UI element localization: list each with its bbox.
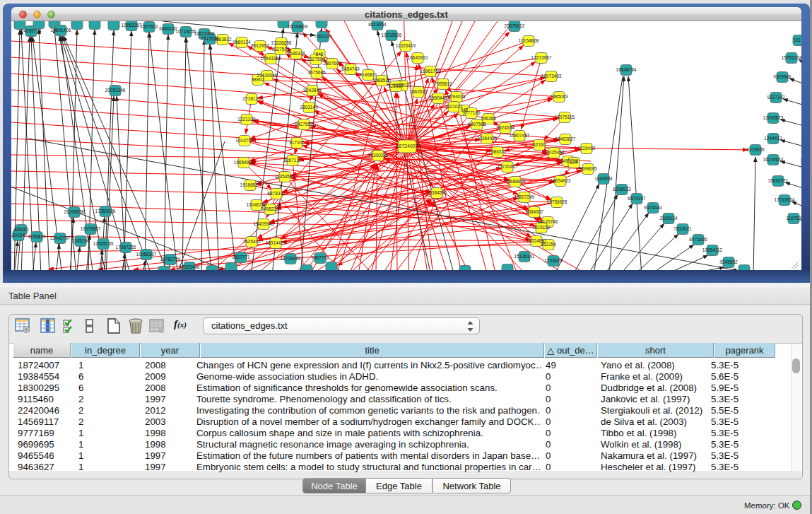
svg-text:12093873: 12093873 xyxy=(763,115,784,120)
svg-text:1117: 1117 xyxy=(794,37,801,42)
svg-text:20876612: 20876612 xyxy=(505,23,525,28)
svg-text:9146821: 9146821 xyxy=(359,72,377,77)
svg-text:7515536: 7515536 xyxy=(201,36,219,41)
svg-text:17957255: 17957255 xyxy=(116,245,136,250)
svg-text:2867608: 2867608 xyxy=(323,61,341,66)
svg-text:9245652: 9245652 xyxy=(719,259,738,264)
svg-text:9660124: 9660124 xyxy=(233,40,251,45)
svg-text:1862615: 1862615 xyxy=(409,89,428,94)
svg-text:10671355: 10671355 xyxy=(194,31,215,36)
svg-text:1733426: 1733426 xyxy=(544,258,563,263)
svg-text:6879197: 6879197 xyxy=(628,196,646,201)
svg-text:7955812: 7955812 xyxy=(434,81,452,86)
svg-text:14055714: 14055714 xyxy=(21,28,42,33)
svg-text:9327506: 9327506 xyxy=(307,57,325,62)
svg-text:15409946: 15409946 xyxy=(254,221,274,226)
svg-text:16648784: 16648784 xyxy=(616,67,637,72)
svg-text:9699695: 9699695 xyxy=(579,166,597,171)
svg-text:18724007: 18724007 xyxy=(396,144,418,148)
svg-text:13226058: 13226058 xyxy=(271,40,292,45)
svg-text:1640954: 1640954 xyxy=(594,176,613,181)
svg-text:8938923: 8938923 xyxy=(613,187,631,192)
svg-text:1244413: 1244413 xyxy=(764,136,782,141)
svg-text:8990448: 8990448 xyxy=(429,95,447,100)
svg-text:9777169: 9777169 xyxy=(462,110,481,115)
svg-text:8813054: 8813054 xyxy=(368,22,387,27)
svg-text:19756928: 19756928 xyxy=(547,199,567,204)
svg-text:1145194: 1145194 xyxy=(72,238,90,243)
svg-text:10154808: 10154808 xyxy=(519,38,539,43)
svg-text:7357224: 7357224 xyxy=(314,34,332,39)
svg-text:19654985: 19654985 xyxy=(234,160,254,165)
svg-text:10958107: 10958107 xyxy=(136,252,157,257)
svg-text:11325419: 11325419 xyxy=(396,43,416,48)
svg-text:17359926: 17359926 xyxy=(95,209,116,214)
svg-text:8912954: 8912954 xyxy=(251,43,269,48)
svg-text:18807249: 18807249 xyxy=(514,194,535,199)
svg-text:8215955: 8215955 xyxy=(746,147,765,152)
svg-text:10543362: 10543362 xyxy=(261,56,281,61)
svg-text:12213967: 12213967 xyxy=(531,55,552,60)
svg-text:1010755: 1010755 xyxy=(235,138,254,143)
svg-text:9115460: 9115460 xyxy=(578,146,596,151)
svg-text:2935114: 2935114 xyxy=(660,216,678,221)
svg-text:8878332: 8878332 xyxy=(267,191,286,196)
svg-text:26206556: 26206556 xyxy=(64,209,85,214)
svg-text:10688609: 10688609 xyxy=(505,179,526,184)
svg-text:835051: 835051 xyxy=(13,227,29,232)
svg-text:20691406: 20691406 xyxy=(51,28,71,33)
svg-text:1221338: 1221338 xyxy=(237,117,256,122)
svg-text:20053346: 20053346 xyxy=(105,88,126,93)
svg-text:804: 804 xyxy=(570,160,578,165)
svg-text:8454749: 8454749 xyxy=(341,66,360,71)
svg-text:917006: 917006 xyxy=(289,140,305,145)
svg-text:10025458: 10025458 xyxy=(544,150,565,155)
svg-text:12942757: 12942757 xyxy=(50,235,71,240)
svg-text:12923446: 12923446 xyxy=(180,264,200,269)
svg-text:252254: 252254 xyxy=(541,242,556,247)
svg-text:2803144: 2803144 xyxy=(300,105,318,110)
svg-text:7485063: 7485063 xyxy=(550,94,568,99)
svg-text:7386372: 7386372 xyxy=(488,149,507,154)
svg-text:9657771: 9657771 xyxy=(232,255,250,259)
svg-text:12505135: 12505135 xyxy=(93,241,114,246)
svg-text:16120746: 16120746 xyxy=(538,219,558,224)
svg-text:10653267: 10653267 xyxy=(122,23,142,28)
svg-text:8427552: 8427552 xyxy=(295,122,313,127)
svg-text:1615152: 1615152 xyxy=(532,225,551,230)
svg-text:10719155: 10719155 xyxy=(176,29,196,34)
svg-text:15136141: 15136141 xyxy=(514,254,535,259)
svg-text:9329966: 9329966 xyxy=(773,74,792,79)
svg-text:2718120: 2718120 xyxy=(242,96,261,101)
svg-text:19166827: 19166827 xyxy=(240,182,261,187)
svg-text:1588520: 1588520 xyxy=(372,78,391,83)
svg-text:98902: 98902 xyxy=(252,77,264,82)
svg-text:9084067: 9084067 xyxy=(525,209,543,214)
svg-text:9242845: 9242845 xyxy=(303,88,322,93)
svg-text:12975115: 12975115 xyxy=(555,115,575,119)
svg-text:16033809: 16033809 xyxy=(288,24,308,29)
svg-text:9227342: 9227342 xyxy=(767,95,785,100)
svg-text:1527602: 1527602 xyxy=(140,24,158,29)
svg-text:13716485: 13716485 xyxy=(281,256,301,261)
svg-text:10654112: 10654112 xyxy=(702,247,723,252)
svg-text:122037: 122037 xyxy=(388,83,404,88)
svg-text:3624554: 3624554 xyxy=(496,125,514,130)
svg-text:39154: 39154 xyxy=(12,233,25,238)
svg-text:17016504: 17016504 xyxy=(775,197,795,202)
svg-text:6466160: 6466160 xyxy=(159,26,177,31)
svg-text:8186328: 8186328 xyxy=(287,51,305,56)
svg-text:9457791: 9457791 xyxy=(311,255,329,260)
svg-text:10973493: 10973493 xyxy=(541,74,562,78)
svg-text:746266: 746266 xyxy=(481,116,496,121)
svg-text:62160: 62160 xyxy=(533,142,546,147)
svg-text:10975867: 10975867 xyxy=(81,226,101,231)
svg-text:3675685: 3675685 xyxy=(307,70,326,75)
svg-text:1156829: 1156829 xyxy=(28,234,46,239)
svg-text:546: 546 xyxy=(316,52,324,57)
svg-text:19218506: 19218506 xyxy=(382,33,402,37)
svg-text:9794028: 9794028 xyxy=(447,94,466,99)
svg-text:5498222: 5498222 xyxy=(261,206,279,211)
svg-text:19463627: 19463627 xyxy=(555,136,576,141)
svg-text:16640910: 16640910 xyxy=(408,55,428,60)
